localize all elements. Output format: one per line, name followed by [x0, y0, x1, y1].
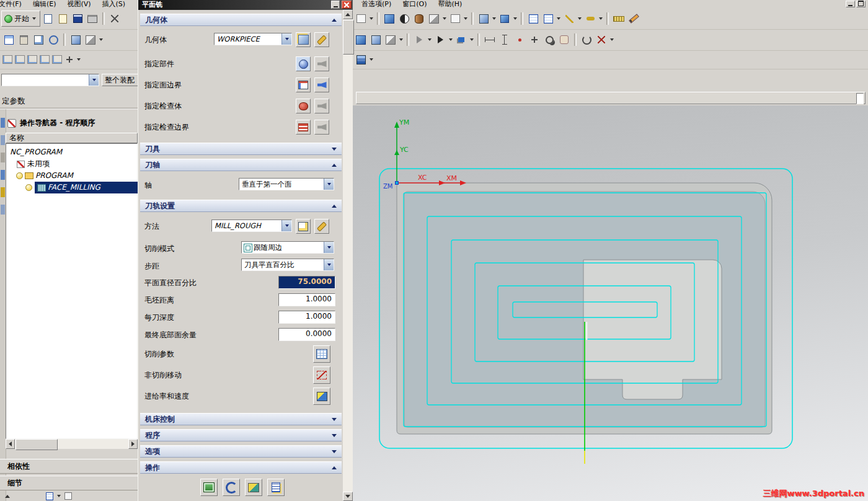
chevron-down-icon[interactable]	[610, 38, 614, 41]
verify-toolpath-button[interactable]	[245, 479, 262, 496]
chevron-down-icon[interactable]	[513, 17, 517, 20]
depth-per-cut-field[interactable]: 1.0000	[278, 311, 335, 324]
machine-control-section-header[interactable]: 机床控制	[140, 413, 342, 425]
snap-grid-icon-4[interactable]	[38, 53, 51, 66]
wireframe-sphere-icon[interactable]	[397, 11, 412, 26]
program-section-header[interactable]: 程序	[140, 429, 342, 441]
snap-grid-icon-1[interactable]	[1, 53, 14, 66]
path-settings-section-header[interactable]: 刀轨设置	[140, 200, 342, 212]
3d-scene[interactable]: YM YC XC XM ZM	[352, 105, 868, 501]
new-geometry-button[interactable]	[296, 32, 311, 47]
dependencies-bar[interactable]: 相依性	[0, 459, 138, 474]
extrude-icon[interactable]	[353, 32, 368, 47]
replay-toolpath-button[interactable]	[223, 479, 240, 496]
select-face-boundary-button[interactable]	[296, 78, 311, 92]
edit-sheet-icon[interactable]	[541, 11, 556, 26]
chevron-down-icon[interactable]	[370, 17, 373, 20]
assembly-icon[interactable]	[427, 11, 441, 26]
dropdown-arrow-icon[interactable]	[89, 74, 99, 86]
grid-view-icon[interactable]	[1, 32, 16, 47]
edit-method-button[interactable]	[314, 219, 329, 234]
scroll-left-button[interactable]	[6, 439, 15, 449]
dialog-minimize-button[interactable]	[331, 1, 340, 9]
new-method-button[interactable]	[296, 219, 311, 234]
tree-item-unused[interactable]: 未用项	[6, 158, 137, 170]
actions-section-header[interactable]: 操作	[140, 461, 342, 474]
datum-axis-icon[interactable]	[63, 53, 76, 66]
point-icon[interactable]	[512, 32, 527, 47]
details-bar[interactable]: 细节	[0, 476, 138, 490]
feeds-speeds-button[interactable]	[313, 388, 330, 405]
cut-icon[interactable]	[107, 11, 122, 26]
chevron-down-icon[interactable]	[443, 17, 446, 20]
dropdown-arrow-icon[interactable]	[281, 33, 291, 45]
geometry-dropdown[interactable]: WORKPIECE	[214, 33, 292, 45]
menu-help[interactable]: 帮助(H)	[432, 0, 467, 8]
rotate-view-icon[interactable]	[579, 32, 594, 47]
window-layout-icon[interactable]	[448, 11, 463, 26]
chevron-down-icon[interactable]	[77, 58, 81, 61]
dropdown-arrow-icon[interactable]	[324, 259, 334, 270]
display-part-button[interactable]	[314, 56, 329, 71]
orbit-view-icon[interactable]	[46, 32, 61, 47]
dropdown-arrow-icon[interactable]	[324, 179, 334, 190]
axis-dropdown[interactable]: 垂直于第一个面	[239, 178, 334, 190]
pattern-icon[interactable]	[83, 32, 98, 47]
dropdown-arrow-icon[interactable]	[324, 242, 334, 253]
resource-bar-tab[interactable]	[1, 205, 5, 215]
options-section-header[interactable]: 选项	[140, 445, 342, 458]
menu-insert[interactable]: 插入(S)	[97, 0, 131, 8]
blank-distance-field[interactable]: 1.0000	[278, 293, 335, 306]
collapse-all-icon[interactable]	[1, 490, 14, 501]
spreadsheet-icon[interactable]	[526, 11, 541, 26]
stepover-dropdown[interactable]: 刀具平直百分比	[241, 259, 334, 271]
selection-scope-dropdown[interactable]	[1, 74, 99, 86]
dimension-horizontal-icon[interactable]	[482, 32, 497, 47]
display-mode-icon[interactable]	[353, 11, 368, 26]
chevron-down-icon[interactable]	[370, 58, 373, 61]
menu-file[interactable]: 文件(F)	[0, 0, 27, 8]
snap-grid-icon-3[interactable]	[26, 53, 38, 66]
print-icon[interactable]	[85, 11, 100, 26]
operation-navigator-tree[interactable]: NC_PROGRAM 未用项 PROGRAM FACE_MILLING	[6, 143, 138, 439]
save-icon[interactable]	[70, 11, 85, 26]
chevron-down-icon[interactable]	[557, 17, 560, 20]
assembly-scope-button[interactable]: 整个装配	[102, 74, 138, 86]
menu-window[interactable]: 窗口(O)	[397, 0, 432, 8]
navigator-settings-icon[interactable]	[62, 490, 74, 501]
chevron-down-icon[interactable]	[57, 495, 61, 497]
geometry-section-header[interactable]: 几何体	[140, 14, 342, 26]
measure-icon[interactable]	[611, 11, 626, 26]
new-part-icon[interactable]	[40, 11, 55, 26]
scroll-thumb[interactable]	[16, 439, 58, 450]
shaded-view-icon[interactable]	[382, 11, 397, 26]
move-object-icon[interactable]	[368, 32, 383, 47]
dimension-vertical-icon[interactable]	[497, 32, 512, 47]
menu-preferences[interactable]: 首选项(P)	[356, 0, 397, 8]
name-column-header[interactable]: 名称	[6, 133, 138, 143]
chevron-down-icon[interactable]	[599, 17, 603, 20]
add-icon[interactable]	[527, 32, 542, 47]
minimize-window-button[interactable]	[846, 1, 855, 7]
select-check-boundary-button[interactable]	[296, 120, 311, 135]
zoom-icon[interactable]	[542, 32, 557, 47]
select-check-body-button[interactable]	[296, 99, 311, 113]
open-part-icon[interactable]	[55, 11, 70, 26]
prompt-bar-handle[interactable]	[856, 93, 864, 104]
chevron-down-icon[interactable]	[399, 38, 403, 41]
cutting-parameters-button[interactable]	[313, 345, 330, 363]
filter-sheet-icon[interactable]	[43, 490, 56, 501]
tree-item-face-milling[interactable]: FACE_MILLING	[6, 182, 137, 193]
non-cutting-moves-button[interactable]	[313, 366, 330, 384]
tool-section-header[interactable]: 刀具	[140, 143, 342, 155]
play-solid-icon[interactable]	[433, 32, 448, 47]
chevron-down-icon[interactable]	[464, 17, 467, 20]
dialog-close-button[interactable]	[342, 1, 352, 9]
material-cylinder-icon[interactable]	[412, 11, 427, 26]
cut-pattern-dropdown[interactable]: 跟随周边	[241, 241, 334, 254]
method-dropdown[interactable]: MILL_ROUGH	[211, 219, 292, 232]
scroll-thumb[interactable]	[343, 20, 354, 55]
scroll-up-button[interactable]	[343, 10, 353, 19]
tool-axis-section-header[interactable]: 刀轴	[140, 159, 342, 171]
wand-icon[interactable]	[562, 11, 577, 26]
